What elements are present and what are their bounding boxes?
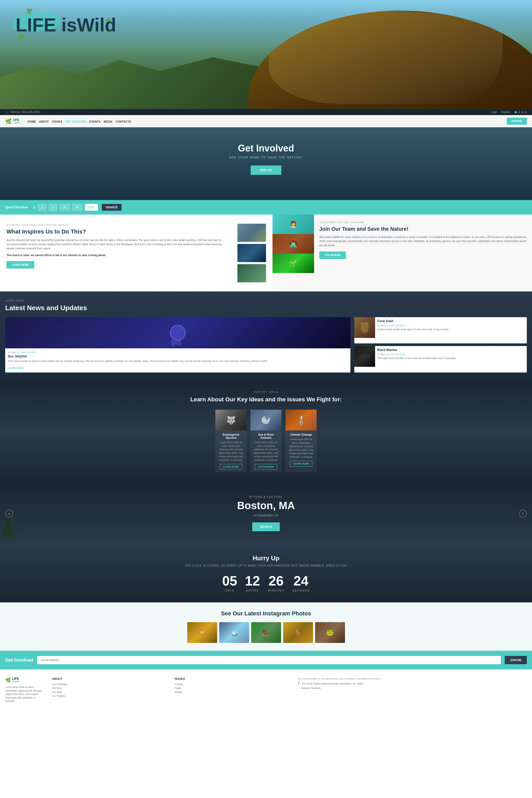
footer-feedback-link[interactable]: ✉️ Website Feedback bbox=[297, 687, 527, 689]
phone-label: 📞 Toll-Free: 800-2345-6789 bbox=[5, 111, 39, 114]
donate-button[interactable]: DONATE bbox=[507, 118, 527, 125]
footer-candidate-link[interactable]: Our Candidate bbox=[52, 683, 167, 685]
news-card-cone-snail: Cone Snail 16 Sept. by Mark McKahan Anot… bbox=[354, 317, 527, 343]
footer-about-col: About Our Candidate Our Party Our Team O… bbox=[52, 677, 167, 703]
social-dot-3[interactable] bbox=[521, 111, 524, 113]
volunteer-image-1: 👩‍💼 bbox=[272, 214, 314, 234]
mamba-title: Black Mamba bbox=[377, 348, 457, 352]
jellyfish-read-more[interactable]: LEARN MORE bbox=[8, 367, 24, 369]
news-section: LATEST NEWS Latest News and Updates 16 S… bbox=[0, 291, 532, 380]
frog-icon: 🐸 bbox=[326, 629, 334, 636]
feedback-icon: ✉️ bbox=[297, 687, 300, 689]
news-grid: 16 Sept. by Mark McKahan Box Jellyfish T… bbox=[5, 317, 527, 373]
footer-issues-title: Issues bbox=[174, 677, 289, 680]
amount-3[interactable]: 3 bbox=[38, 204, 46, 211]
nav-item-events[interactable]: EVENTS bbox=[89, 119, 100, 124]
seconds-label: SECONDS bbox=[292, 589, 310, 592]
mamba-text: This super-scary live-killer is more tha… bbox=[377, 357, 457, 360]
news-right-col: Cone Snail 16 Sept. by Mark McKahan Anot… bbox=[354, 317, 527, 373]
key-ideas-title: Learn About Our Key Ideas and the Issues… bbox=[5, 396, 527, 403]
sea-title: Sea & River Animals bbox=[252, 433, 280, 439]
footer-plants-link[interactable]: Plants bbox=[174, 687, 289, 689]
seconds-number: 24 bbox=[292, 574, 310, 588]
countdown-grid: 05 DAYS 12 HOURS 26 MINUTES 24 SECONDS bbox=[5, 574, 527, 592]
boston-details-button[interactable]: DETAILS bbox=[252, 522, 280, 531]
amount-5[interactable]: 5 bbox=[49, 204, 57, 211]
footer-legal-text: This communication is not authorized by … bbox=[297, 677, 527, 681]
instagram-photo-1[interactable]: 🐎 bbox=[187, 622, 217, 643]
volunteer-label: VOLUNTEER FOR THE CAMPAIGN bbox=[319, 221, 527, 224]
nav-item-home[interactable]: HOME bbox=[27, 119, 36, 124]
nav-item-about[interactable]: ABOUT bbox=[39, 119, 49, 124]
boston-title: Boston, MA bbox=[5, 500, 527, 512]
instagram-photo-2[interactable]: 🏔️ bbox=[219, 622, 249, 643]
footer-desc: Lorem ipsum dolor sit amet, consectetur … bbox=[5, 685, 44, 703]
nav-item-getinvolved[interactable]: GET INVOLVED bbox=[65, 119, 86, 124]
login-link[interactable]: Login bbox=[491, 111, 497, 114]
learn-more-button[interactable]: LEARN MORE bbox=[6, 261, 34, 269]
countdown-hours: 12 HOURS bbox=[245, 574, 260, 592]
footer-logo-icon: 🌿 bbox=[5, 677, 11, 683]
instagram-photo-3[interactable]: 🥾 bbox=[251, 622, 281, 643]
hero-title-block: LIFE isWild 🌿 🌿 🌿 bbox=[16, 16, 116, 34]
amount-50[interactable]: 50 bbox=[72, 204, 82, 211]
footer-projects-link[interactable]: Our Projects bbox=[52, 695, 167, 697]
inspires-images bbox=[238, 224, 266, 282]
instagram-photo-4[interactable]: 🦌 bbox=[283, 622, 313, 643]
footer-address: 📍 410 South Capitol Street Southeast Was… bbox=[297, 682, 527, 686]
jellyfish-date: 16 Sept. by Mark McKahan bbox=[8, 351, 348, 354]
countdown-title: Hurry Up bbox=[5, 555, 527, 562]
minutes-label: MINUTES bbox=[268, 589, 284, 592]
deer-icon: 🦌 bbox=[294, 629, 302, 636]
endangered-learn-btn[interactable]: LEARN MORE bbox=[220, 464, 242, 470]
mamba-date: 16 Sept. by Mark McKahan bbox=[377, 353, 457, 356]
cone-snail-title: Cone Snail bbox=[377, 319, 451, 323]
wolf-image: 🐺 bbox=[215, 410, 247, 431]
get-involved-form-section: Get Involved JOIN ME bbox=[0, 651, 532, 669]
nav-item-issues[interactable]: ISSUES bbox=[52, 119, 62, 124]
quick-donation-bar: Quick Donation $ 3 5 25 50 $100 DONATE bbox=[0, 200, 532, 214]
nav-links: HOME ABOUT ISSUES GET INVOLVED EVENTS ME… bbox=[27, 119, 131, 124]
key-ideas-section: OUR KEY IDEAS Learn About Our Key Ideas … bbox=[0, 380, 532, 483]
nav-item-media[interactable]: MEDIA bbox=[103, 119, 113, 124]
climate-title: Climate Change bbox=[288, 433, 315, 436]
cone-snail-body: Cone Snail 16 Sept. by Mark McKahan Anot… bbox=[375, 317, 453, 343]
climate-learn-btn[interactable]: LEARN MORE bbox=[290, 461, 312, 467]
social-dot-2[interactable] bbox=[518, 111, 520, 113]
footer-animals-link[interactable]: Animals bbox=[174, 683, 289, 685]
footer-testing-link[interactable]: Testing bbox=[174, 691, 289, 693]
volunteer-button[interactable]: VOLUNTEER bbox=[319, 251, 346, 259]
inspires-title: What Inspires Us to Do This? bbox=[6, 228, 230, 235]
amount-100[interactable]: $100 bbox=[85, 204, 98, 211]
social-dot-4[interactable] bbox=[525, 111, 527, 113]
nav-wrapper: 📞 Toll-Free: 800-2345-6789 Login Registe… bbox=[0, 109, 532, 127]
jellyfish-text: There are a number of species of box jel… bbox=[8, 360, 348, 363]
get-involved-hero: Get Involved ADD YOUR NAME TO SAVE THE N… bbox=[0, 127, 532, 200]
join-me-button[interactable]: JOIN ME bbox=[505, 656, 527, 664]
social-dot-1[interactable] bbox=[515, 111, 517, 113]
footer-team-link[interactable]: Our Team bbox=[52, 691, 167, 693]
quick-donate-button[interactable]: DONATE bbox=[102, 204, 121, 211]
volunteer-text: We protect wildlife for many reasons. It… bbox=[319, 235, 527, 248]
instagram-photo-5[interactable]: 🐸 bbox=[315, 622, 345, 643]
news-label: LATEST NEWS bbox=[5, 299, 527, 302]
days-label: DAYS bbox=[222, 589, 237, 592]
boston-date: on September 1st bbox=[5, 514, 527, 517]
hours-number: 12 bbox=[245, 574, 260, 588]
arrow-left-button[interactable]: ‹ bbox=[5, 510, 13, 517]
jellyfish-body: 16 Sept. by Mark McKahan Box Jellyfish T… bbox=[5, 348, 350, 373]
hero-section: LIFE isWild 🌿 🌿 🌿 bbox=[0, 0, 532, 109]
mamba-image bbox=[354, 346, 375, 367]
logo-icon: 🌿 bbox=[5, 118, 12, 125]
sea-learn-btn[interactable]: LEARN MORE bbox=[255, 464, 278, 470]
email-input[interactable] bbox=[37, 656, 501, 664]
footer-logo-text: LIFE bbox=[12, 677, 19, 680]
instagram-title: See Our Latest Instagram Photos bbox=[5, 610, 527, 617]
footer-party-link[interactable]: Our Party bbox=[52, 687, 167, 689]
register-link[interactable]: Register bbox=[501, 111, 511, 114]
arrow-right-button[interactable]: › bbox=[519, 510, 527, 517]
amount-25[interactable]: 25 bbox=[60, 204, 70, 211]
tree-left bbox=[8, 513, 23, 544]
nav-item-contacts[interactable]: CONTACTS bbox=[116, 119, 131, 124]
join-us-button[interactable]: JOIN US! bbox=[251, 166, 281, 175]
